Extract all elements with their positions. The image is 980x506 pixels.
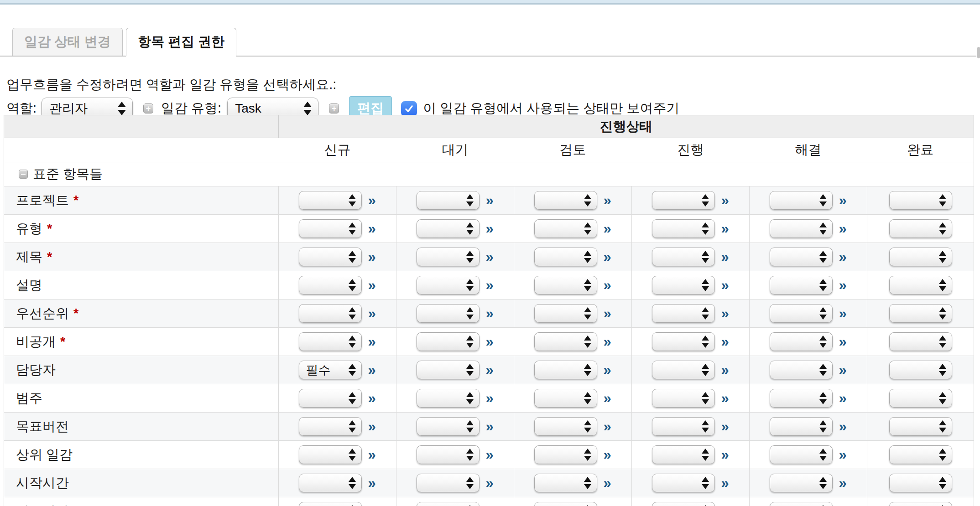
permission-select[interactable]: [299, 219, 362, 238]
permission-select[interactable]: [889, 474, 952, 492]
copy-to-right-link[interactable]: »: [721, 305, 729, 322]
permission-select[interactable]: [534, 219, 597, 238]
copy-to-right-link[interactable]: »: [368, 390, 375, 407]
permission-select[interactable]: [417, 276, 480, 294]
copy-to-right-link[interactable]: »: [485, 249, 493, 265]
permission-select[interactable]: [417, 219, 480, 238]
permission-select[interactable]: [889, 389, 952, 408]
permission-select[interactable]: [299, 389, 362, 408]
permission-select[interactable]: [417, 389, 480, 408]
copy-to-right-link[interactable]: »: [721, 418, 729, 435]
scrollbar-thumb[interactable]: [977, 47, 980, 58]
copy-to-right-link[interactable]: »: [368, 362, 375, 378]
permission-select[interactable]: [417, 332, 480, 351]
permission-select[interactable]: [652, 219, 715, 238]
copy-to-right-link[interactable]: »: [721, 447, 729, 463]
copy-to-right-link[interactable]: »: [721, 475, 729, 491]
copy-to-right-link[interactable]: »: [603, 447, 611, 463]
copy-to-right-link[interactable]: »: [839, 192, 846, 209]
copy-to-right-link[interactable]: »: [368, 249, 375, 265]
permission-select[interactable]: [299, 502, 362, 506]
copy-to-right-link[interactable]: »: [368, 277, 375, 294]
permission-select[interactable]: [299, 276, 362, 294]
permission-select[interactable]: [652, 191, 715, 210]
permission-select[interactable]: [889, 502, 952, 506]
permission-select[interactable]: [652, 304, 715, 323]
permission-select[interactable]: [417, 361, 480, 379]
permission-select[interactable]: [417, 191, 480, 210]
permission-select[interactable]: [534, 445, 597, 464]
permission-select[interactable]: [534, 389, 597, 408]
permission-select[interactable]: [534, 332, 597, 351]
permission-select[interactable]: [770, 332, 833, 351]
copy-to-right-link[interactable]: »: [721, 221, 729, 237]
permission-select[interactable]: [534, 502, 597, 506]
permission-select[interactable]: [299, 248, 362, 266]
permission-select[interactable]: [652, 248, 715, 266]
permission-select[interactable]: [299, 445, 362, 464]
permission-select[interactable]: [889, 248, 952, 266]
copy-to-right-link[interactable]: »: [368, 503, 375, 506]
copy-to-right-link[interactable]: »: [485, 192, 493, 209]
copy-to-right-link[interactable]: »: [368, 447, 375, 463]
copy-to-right-link[interactable]: »: [485, 418, 493, 435]
tab-status-transitions[interactable]: 일감 상태 변경: [12, 28, 123, 57]
permission-select[interactable]: [417, 474, 480, 492]
permission-select[interactable]: [889, 276, 952, 294]
permission-select[interactable]: [534, 248, 597, 266]
permission-select[interactable]: [652, 474, 715, 492]
copy-to-right-link[interactable]: »: [485, 277, 493, 294]
copy-to-right-link[interactable]: »: [839, 249, 846, 265]
copy-to-right-link[interactable]: »: [485, 362, 493, 378]
copy-to-right-link[interactable]: »: [721, 503, 729, 506]
copy-to-right-link[interactable]: »: [721, 334, 729, 350]
permission-select[interactable]: [770, 219, 833, 238]
permission-select[interactable]: [299, 304, 362, 323]
copy-to-right-link[interactable]: »: [485, 390, 493, 407]
permission-select[interactable]: [299, 417, 362, 436]
copy-to-right-link[interactable]: »: [839, 362, 846, 378]
permission-select[interactable]: [299, 332, 362, 351]
copy-to-right-link[interactable]: »: [485, 305, 493, 322]
permission-select[interactable]: 필수: [299, 361, 362, 379]
copy-to-right-link[interactable]: »: [603, 305, 611, 322]
permission-select[interactable]: [417, 445, 480, 464]
copy-to-right-link[interactable]: »: [485, 447, 493, 463]
copy-to-right-link[interactable]: »: [721, 362, 729, 378]
copy-to-right-link[interactable]: »: [368, 221, 375, 237]
copy-to-right-link[interactable]: »: [603, 418, 611, 435]
permission-select[interactable]: [770, 502, 833, 506]
copy-to-right-link[interactable]: »: [839, 503, 846, 506]
permission-select[interactable]: [534, 361, 597, 379]
permission-select[interactable]: [417, 304, 480, 323]
copy-to-right-link[interactable]: »: [603, 221, 611, 237]
copy-to-right-link[interactable]: »: [603, 390, 611, 407]
permission-select[interactable]: [652, 361, 715, 379]
copy-to-right-link[interactable]: »: [603, 475, 611, 491]
copy-to-right-link[interactable]: »: [721, 192, 729, 209]
copy-to-right-link[interactable]: »: [721, 277, 729, 294]
permission-select[interactable]: [534, 191, 597, 210]
permission-select[interactable]: [889, 219, 952, 238]
tab-fields-permissions[interactable]: 항목 편집 권한: [126, 28, 236, 57]
role-expand-icon[interactable]: +: [143, 103, 153, 114]
copy-to-right-link[interactable]: »: [603, 277, 611, 294]
permission-select[interactable]: [770, 361, 833, 379]
copy-to-right-link[interactable]: »: [721, 390, 729, 407]
permission-select[interactable]: [299, 474, 362, 492]
permission-select[interactable]: [652, 502, 715, 506]
permission-select[interactable]: [889, 417, 952, 436]
copy-to-right-link[interactable]: »: [839, 418, 846, 435]
copy-to-right-link[interactable]: »: [839, 221, 846, 237]
copy-to-right-link[interactable]: »: [368, 334, 375, 350]
permission-select[interactable]: [417, 502, 480, 506]
permission-select[interactable]: [534, 474, 597, 492]
copy-to-right-link[interactable]: »: [368, 192, 375, 209]
permission-select[interactable]: [770, 445, 833, 464]
copy-to-right-link[interactable]: »: [839, 475, 846, 491]
permission-select[interactable]: [534, 276, 597, 294]
permission-select[interactable]: [652, 389, 715, 408]
collapse-toggle-icon[interactable]: [19, 170, 28, 179]
copy-to-right-link[interactable]: »: [485, 475, 493, 491]
permission-select[interactable]: [417, 417, 480, 436]
